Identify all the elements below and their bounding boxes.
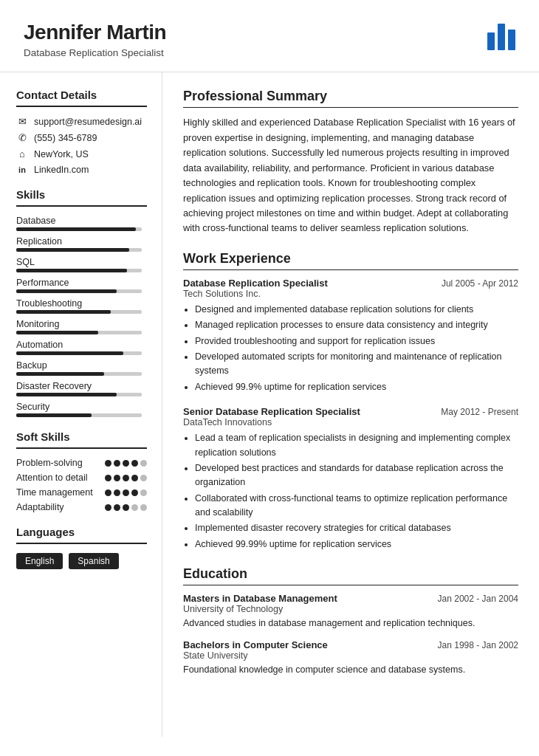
education-title: Education — [183, 566, 518, 582]
dot — [105, 504, 111, 511]
job-dates: May 2012 - Present — [441, 407, 518, 417]
contact-email: ✉ support@resumedesign.ai — [16, 116, 147, 127]
skill-item: Performance — [16, 278, 147, 293]
skill-bar-fill — [16, 248, 129, 252]
skill-bar-bg — [16, 413, 142, 417]
edu-degree: Masters in Database Management — [183, 593, 337, 604]
job-bullets: Lead a team of replication specialists i… — [183, 431, 518, 551]
summary-text: Highly skilled and experienced Database … — [183, 115, 518, 236]
summary-title: Professional Summary — [183, 89, 518, 104]
skill-label: Troubleshooting — [16, 298, 147, 309]
languages-list: EnglishSpanish — [16, 553, 147, 569]
languages-divider — [16, 543, 147, 544]
dot — [140, 475, 147, 481]
education-list: Masters in Database Management Jan 2002 … — [183, 593, 518, 677]
soft-skill-label: Problem-solving — [16, 458, 83, 468]
contact-section: Contact Details ✉ support@resumedesign.a… — [16, 89, 147, 175]
dot — [105, 489, 111, 496]
job-block: Senior Database Replication Specialist M… — [183, 406, 518, 551]
main-layout: Contact Details ✉ support@resumedesign.a… — [0, 72, 539, 737]
skill-bar-fill — [16, 372, 104, 376]
soft-skill-row: Attention to detail — [16, 472, 147, 483]
skill-bar-bg — [16, 331, 142, 334]
language-tag: Spanish — [69, 553, 118, 569]
logo-bar-1 — [487, 32, 495, 50]
edu-degree: Bachelors in Computer Science — [183, 639, 328, 650]
dot — [105, 460, 111, 467]
soft-skills-section: Soft Skills Problem-solving Attention to… — [16, 430, 147, 512]
job-header: Database Replication Specialist Jul 2005… — [183, 278, 518, 289]
logo-bar-3 — [508, 30, 515, 50]
skill-item: Troubleshooting — [16, 298, 147, 314]
summary-section: Professional Summary Highly skilled and … — [183, 89, 518, 236]
job-bullet: Provided troubleshooting and support for… — [195, 334, 518, 348]
job-block: Database Replication Specialist Jul 2005… — [183, 278, 518, 394]
edu-header: Bachelors in Computer Science Jan 1998 -… — [183, 639, 518, 650]
dot — [114, 460, 120, 467]
soft-skills-divider — [16, 447, 147, 449]
contact-linkedin: in LinkedIn.com — [16, 165, 147, 175]
contact-linkedin-text: LinkedIn.com — [34, 165, 89, 175]
contact-section-title: Contact Details — [16, 89, 147, 101]
contact-phone: ✆ (555) 345-6789 — [16, 132, 147, 143]
skill-bar-bg — [16, 227, 142, 231]
skill-bar-bg — [16, 310, 142, 314]
contact-divider — [16, 106, 147, 107]
linkedin-icon: in — [16, 165, 28, 174]
job-company: Tech Solutions Inc. — [183, 289, 518, 299]
brand-logo — [487, 24, 515, 50]
job-bullet: Lead a team of replication specialists i… — [195, 431, 518, 460]
edu-desc: Advanced studies in database management … — [183, 616, 518, 630]
dot — [105, 475, 111, 481]
job-dates: Jul 2005 - Apr 2012 — [442, 278, 518, 289]
skill-label: Database — [16, 216, 147, 226]
skill-bar-fill — [16, 413, 92, 417]
contact-list: ✉ support@resumedesign.ai ✆ (555) 345-67… — [16, 116, 147, 175]
soft-skills-title: Soft Skills — [16, 430, 147, 443]
skill-bar-fill — [16, 331, 98, 334]
sidebar: Contact Details ✉ support@resumedesign.a… — [0, 72, 162, 737]
skill-item: Monitoring — [16, 319, 147, 334]
soft-skill-label: Time management — [16, 487, 93, 498]
skill-label: Security — [16, 402, 147, 412]
dot — [114, 475, 120, 481]
job-bullet: Implemented disaster recovery strategies… — [195, 521, 518, 535]
job-bullet: Managed replication processes to ensure … — [195, 318, 518, 332]
education-section: Education Masters in Database Management… — [183, 566, 518, 677]
skill-bar-fill — [16, 289, 117, 293]
skill-label: Performance — [16, 278, 147, 288]
job-bullet: Collaborated with cross-functional teams… — [195, 492, 518, 520]
edu-dates: Jan 1998 - Jan 2002 — [438, 640, 518, 650]
soft-skill-dots — [105, 460, 147, 467]
education-block: Bachelors in Computer Science Jan 1998 -… — [183, 639, 518, 677]
dot — [123, 475, 129, 481]
job-bullet: Designed and implemented database replic… — [195, 303, 518, 317]
language-tag: English — [16, 553, 63, 569]
contact-email-text: support@resumedesign.ai — [34, 117, 142, 127]
summary-divider — [183, 107, 518, 108]
soft-skill-label: Attention to detail — [16, 472, 88, 483]
dot — [131, 475, 138, 481]
skill-bar-fill — [16, 351, 123, 355]
skill-item: Security — [16, 402, 147, 417]
soft-skill-row: Time management — [16, 487, 147, 498]
work-divider — [183, 269, 518, 270]
job-bullet: Achieved 99.9% uptime for replication se… — [195, 380, 518, 394]
skills-section-title: Skills — [16, 188, 147, 201]
soft-skill-row: Adaptability — [16, 502, 147, 512]
skill-bar-fill — [16, 393, 117, 396]
languages-section: Languages EnglishSpanish — [16, 526, 147, 569]
logo-bar-2 — [498, 24, 505, 50]
skill-bar-bg — [16, 393, 142, 396]
job-title: Senior Database Replication Specialist — [183, 406, 360, 417]
dot — [123, 489, 129, 496]
dot — [131, 489, 138, 496]
soft-skill-dots — [105, 475, 147, 481]
dot — [140, 460, 147, 467]
dot — [131, 460, 138, 467]
candidate-name: Jennifer Martin — [24, 21, 166, 44]
edu-desc: Foundational knowledge in computer scien… — [183, 663, 518, 677]
education-divider — [183, 585, 518, 585]
skills-list: Database Replication SQL Performance Tro… — [16, 216, 147, 417]
job-bullet: Developed best practices and standards f… — [195, 461, 518, 490]
